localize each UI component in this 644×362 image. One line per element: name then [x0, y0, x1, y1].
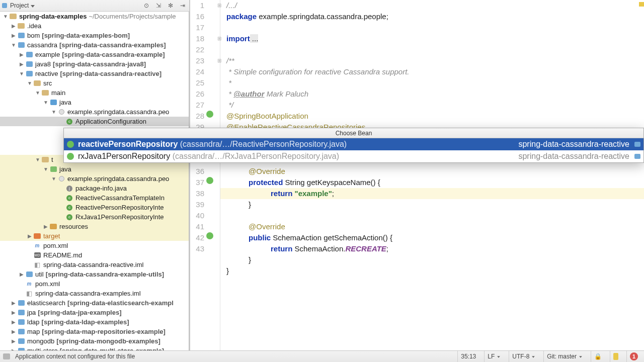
line-number[interactable]: 16: [190, 11, 204, 22]
expand-toggle[interactable]: ▼: [3, 14, 8, 19]
editor-gutter[interactable]: 1161718222324252627282933343536373839404…: [190, 0, 220, 350]
line-number[interactable]: 27: [190, 100, 204, 111]
tree-item-pom2[interactable]: ▶m pom.xml: [0, 279, 189, 289]
tree-item-appconfig[interactable]: ▶c ApplicationConfiguration: [0, 117, 189, 126]
line-number[interactable]: 39: [190, 199, 204, 210]
tree-item-java8[interactable]: ▶ java8 [spring-data-cassandra-java8]: [0, 59, 189, 69]
project-icon: [2, 3, 7, 8]
git-branch[interactable]: Git: master: [543, 351, 586, 362]
lock-icon[interactable]: 🔒: [591, 351, 605, 362]
status-icon[interactable]: [3, 353, 10, 359]
project-view-dropdown[interactable]: Project: [10, 2, 35, 9]
code-area[interactable]: /.../ package example.springdata.cassand…: [220, 0, 644, 350]
line-number[interactable]: 24: [190, 66, 204, 77]
code-editor[interactable]: 1161718222324252627282933343536373839404…: [189, 0, 644, 350]
line-number[interactable]: 41: [190, 221, 204, 232]
code-line: /.../: [226, 1, 237, 10]
line-number[interactable]: 42: [190, 232, 204, 243]
tree-root[interactable]: ▼ spring-data-examples ~/Documents/Proje…: [0, 12, 189, 21]
collapse-all-icon[interactable]: ⇲: [154, 1, 163, 10]
line-number[interactable]: 26: [190, 88, 204, 100]
line-number[interactable]: 38: [190, 188, 204, 199]
override-gutter-icon[interactable]: [206, 232, 213, 239]
popup-title: Choose Bean: [64, 128, 643, 138]
tree-item-rpri[interactable]: ▶c ReactivePersonRepositoryInte: [0, 203, 189, 212]
popup-option-reactive[interactable]: reactivePersonRepository (cassandra/…/Re…: [64, 138, 643, 150]
line-number[interactable]: 36: [190, 166, 204, 177]
status-message: Application context not configured for t…: [15, 353, 452, 360]
project-tree[interactable]: ▼ spring-data-examples ~/Documents/Proje…: [0, 12, 189, 350]
tree-item-resources[interactable]: ▶ resources: [0, 222, 189, 231]
bean-module: spring-data-cassandra-reactive: [518, 140, 631, 149]
bean-location: (cassandra/…/RxJava1PersonRepository.jav…: [173, 152, 339, 161]
tree-item-bom[interactable]: ▶ bom [spring-data-examples-bom]: [0, 31, 189, 40]
line-number[interactable]: 18: [190, 33, 204, 44]
tree-item-main[interactable]: ▼ main: [0, 88, 189, 98]
tree-item-readme[interactable]: ▶MD README.md: [0, 250, 189, 260]
chevron-down-icon: [31, 2, 35, 9]
gear-icon[interactable]: ✻: [166, 1, 175, 10]
tree-item-iml[interactable]: ▶◧ spring-data-cassandra-reactive.iml: [0, 260, 189, 269]
tree-item-rxpri[interactable]: ▶c RxJava1PersonRepositoryInte: [0, 212, 189, 222]
tree-item-elastic[interactable]: ▶ elasticsearch [spring-data-elasticsear…: [0, 298, 189, 308]
hide-icon[interactable]: ⇥: [178, 1, 187, 10]
project-view-label: Project: [10, 2, 29, 9]
tree-item-iml2[interactable]: ▶◧ spring-data-cassandra-examples.iml: [0, 289, 189, 298]
tree-label: spring-data-examples: [19, 13, 87, 20]
line-number[interactable]: 43: [190, 243, 204, 254]
tree-item-map[interactable]: ▶ map [spring-data-map-repositories-exam…: [0, 327, 189, 336]
tree-item-src[interactable]: ▼ src: [0, 78, 189, 88]
tree-item-pkg[interactable]: ▼ example.springdata.cassandra.peo: [0, 107, 189, 117]
bean-icon: [67, 141, 74, 148]
line-number[interactable]: 40: [190, 210, 204, 221]
module-icon: [634, 142, 640, 147]
tree-item-util[interactable]: ▶ util [spring-data-cassandra-example-ut…: [0, 269, 189, 279]
line-number[interactable]: 25: [190, 77, 204, 88]
popup-option-rxjava[interactable]: rxJava1PersonRepository (cassandra/…/RxJ…: [64, 150, 643, 162]
tree-item-idea[interactable]: ▶ .idea: [0, 21, 189, 31]
tree-item-cassandra[interactable]: ▼ cassandra [spring-data-cassandra-examp…: [0, 40, 189, 50]
bean-icon: [67, 153, 74, 160]
tree-item-pkg2[interactable]: ▼ example.springdata.cassandra.peo: [0, 174, 189, 184]
error-count[interactable]: 1: [626, 351, 641, 362]
line-number[interactable]: 22: [190, 44, 204, 55]
tree-item-jpa[interactable]: ▶ jpa [spring-data-jpa-examples]: [0, 308, 189, 317]
scroll-from-source-icon[interactable]: ⊙: [142, 1, 151, 10]
override-gutter-icon[interactable]: [206, 111, 213, 118]
module-icon: [634, 154, 640, 159]
line-ending[interactable]: LF: [484, 351, 504, 362]
inspection-indicator[interactable]: [610, 351, 621, 362]
line-number[interactable]: 37: [190, 177, 204, 188]
tree-item-pom[interactable]: ▶m pom.xml: [0, 241, 189, 250]
override-gutter-icon[interactable]: [206, 177, 213, 184]
bean-name: rxJava1PersonRepository: [78, 152, 170, 161]
tree-item-java[interactable]: ▼ java: [0, 98, 189, 107]
tree-item-ldap[interactable]: ▶ ldap [spring-data-ldap-examples]: [0, 317, 189, 327]
tree-item-reactive[interactable]: ▼ reactive [spring-data-cassandra-reacti…: [0, 69, 189, 78]
tree-item-rcti[interactable]: ▶c ReactiveCassandraTemplateIn: [0, 193, 189, 203]
tree-item-example[interactable]: ▶ example [spring-data-cassandra-example…: [0, 50, 189, 59]
line-number[interactable]: 23: [190, 55, 204, 66]
project-toolbar: Project ⊙ ⇲ ✻ ⇥: [0, 0, 189, 12]
bean-location: (cassandra/…/ReactivePersonRepository.ja…: [180, 140, 347, 149]
tree-item-mongodb[interactable]: ▶ mongodb [spring-data-mongodb-examples]: [0, 336, 189, 346]
line-number[interactable]: 17: [190, 22, 204, 33]
line-number[interactable]: 28: [190, 111, 204, 122]
tree-item-multi[interactable]: ▶ multi-store [spring-data-multi-store-e…: [0, 346, 189, 350]
caret-position[interactable]: 35:13: [457, 351, 479, 362]
bean-name: reactivePersonRepository: [78, 140, 178, 149]
line-number[interactable]: 1: [190, 0, 204, 11]
tree-item-java2[interactable]: ▼ java: [0, 164, 189, 174]
tree-suffix: ~/Documents/Projects/sample: [89, 13, 176, 20]
bean-module: spring-data-cassandra-reactive: [518, 152, 631, 161]
tree-item-target[interactable]: ▶ target: [0, 231, 189, 241]
file-encoding[interactable]: UTF-8: [509, 351, 538, 362]
tree-item-pkginfo[interactable]: ▶j package-info.java: [0, 184, 189, 193]
status-bar: Application context not configured for t…: [0, 350, 644, 362]
choose-bean-popup: Choose Bean reactivePersonRepository (ca…: [63, 128, 644, 163]
